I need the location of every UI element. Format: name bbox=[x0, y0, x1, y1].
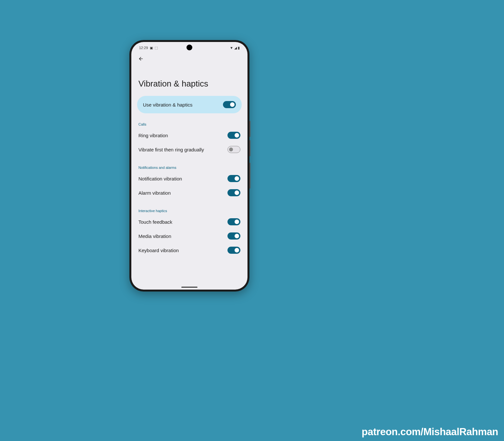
media-vibration-switch[interactable] bbox=[227, 232, 240, 240]
setting-alarm-vibration[interactable]: Alarm vibration bbox=[131, 186, 247, 200]
section-header-notifications: Notifications and alarms bbox=[131, 157, 247, 171]
vibrate-first-switch[interactable] bbox=[227, 146, 240, 153]
arrow-left-icon bbox=[138, 56, 144, 62]
signal-icon: ◢ bbox=[234, 46, 237, 50]
setting-label: Notification vibration bbox=[138, 176, 182, 181]
toggle-thumb bbox=[235, 234, 239, 238]
setting-label: Ring vibration bbox=[138, 133, 168, 138]
camera-notch bbox=[186, 45, 192, 50]
toggle-thumb bbox=[229, 148, 233, 151]
volume-down-button[interactable] bbox=[249, 140, 250, 156]
main-toggle-label: Use vibration & haptics bbox=[143, 102, 192, 108]
setting-label: Alarm vibration bbox=[138, 190, 171, 196]
back-button[interactable] bbox=[137, 55, 145, 63]
setting-media-vibration[interactable]: Media vibration bbox=[131, 229, 247, 243]
toggle-thumb bbox=[235, 176, 239, 181]
main-toggle-switch[interactable] bbox=[223, 101, 236, 108]
touch-feedback-switch[interactable] bbox=[227, 218, 240, 225]
status-time: 12:29 bbox=[139, 46, 148, 50]
header-bar bbox=[131, 52, 247, 64]
status-right: ▼ ◢ ▮ bbox=[230, 46, 240, 50]
toggle-thumb bbox=[230, 102, 235, 107]
toggle-thumb bbox=[235, 248, 239, 252]
bug-icon: ⬚ bbox=[155, 46, 158, 50]
main-toggle-card[interactable]: Use vibration & haptics bbox=[137, 96, 242, 113]
battery-icon: ▮ bbox=[238, 46, 240, 50]
setting-vibrate-first[interactable]: Vibrate first then ring gradually bbox=[131, 142, 247, 157]
setting-label: Keyboard vibration bbox=[138, 248, 179, 253]
alarm-vibration-switch[interactable] bbox=[227, 189, 240, 196]
wifi-icon: ▼ bbox=[230, 46, 233, 50]
setting-label: Media vibration bbox=[138, 233, 171, 239]
toggle-thumb bbox=[235, 190, 239, 195]
keyboard-vibration-switch[interactable] bbox=[227, 247, 240, 254]
navigation-bar[interactable] bbox=[181, 287, 197, 288]
ring-vibration-switch[interactable] bbox=[227, 132, 240, 139]
power-button[interactable] bbox=[249, 163, 250, 189]
watermark: patreon.com/MishaalRahman bbox=[362, 426, 498, 438]
debug-icon: ▣ bbox=[150, 46, 153, 50]
notification-vibration-switch[interactable] bbox=[227, 175, 240, 182]
toggle-thumb bbox=[235, 220, 239, 224]
toggle-thumb bbox=[235, 133, 239, 138]
volume-up-button[interactable] bbox=[249, 121, 250, 137]
screen: 12:29 ▣ ⬚ ▼ ◢ ▮ Vibration & haptics Use … bbox=[131, 42, 247, 290]
setting-keyboard-vibration[interactable]: Keyboard vibration bbox=[131, 243, 247, 257]
phone-frame: 12:29 ▣ ⬚ ▼ ◢ ▮ Vibration & haptics Use … bbox=[129, 40, 249, 292]
status-left: 12:29 ▣ ⬚ bbox=[139, 46, 158, 50]
setting-ring-vibration[interactable]: Ring vibration bbox=[131, 128, 247, 142]
section-header-calls: Calls bbox=[131, 113, 247, 128]
setting-notification-vibration[interactable]: Notification vibration bbox=[131, 171, 247, 186]
setting-label: Touch feedback bbox=[138, 219, 172, 225]
setting-touch-feedback[interactable]: Touch feedback bbox=[131, 215, 247, 229]
page-title: Vibration & haptics bbox=[131, 64, 247, 96]
setting-label: Vibrate first then ring gradually bbox=[138, 147, 204, 152]
section-header-interactive: Interactive haptics bbox=[131, 200, 247, 215]
